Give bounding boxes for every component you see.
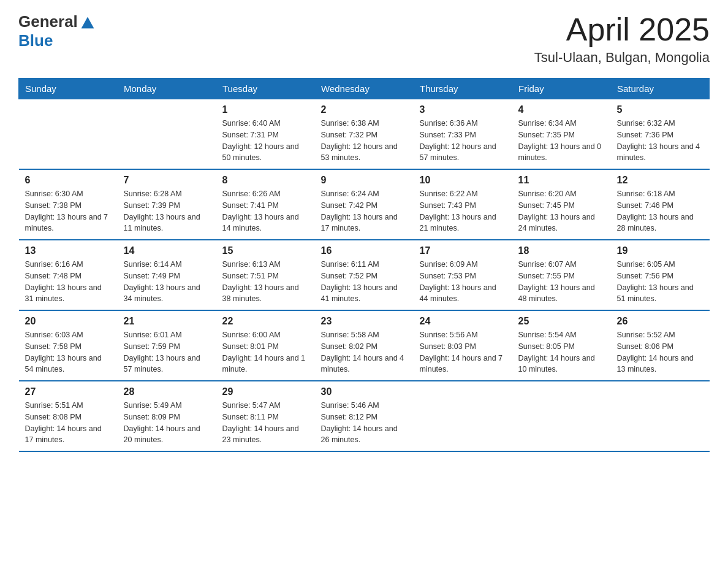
day-info: Sunrise: 6:07 AMSunset: 7:55 PMDaylight:… (518, 259, 605, 305)
calendar-day-10: 10Sunrise: 6:22 AMSunset: 7:43 PMDayligh… (414, 169, 512, 240)
day-number: 9 (321, 175, 408, 186)
day-number: 6 (25, 175, 112, 186)
day-info: Sunrise: 6:03 AMSunset: 7:58 PMDaylight:… (25, 329, 112, 375)
location-title: Tsul-Ulaan, Bulgan, Mongolia (534, 50, 710, 66)
day-info: Sunrise: 5:49 AMSunset: 8:09 PMDaylight:… (124, 400, 210, 446)
day-number: 25 (518, 316, 605, 327)
calendar-day-16: 16Sunrise: 6:11 AMSunset: 7:52 PMDayligh… (315, 240, 414, 310)
svg-marker-1 (82, 19, 94, 28)
day-number: 8 (222, 175, 309, 186)
calendar-day-15: 15Sunrise: 6:13 AMSunset: 7:51 PMDayligh… (216, 240, 315, 310)
calendar-day-8: 8Sunrise: 6:26 AMSunset: 7:41 PMDaylight… (216, 169, 315, 240)
calendar-day-19: 19Sunrise: 6:05 AMSunset: 7:56 PMDayligh… (611, 240, 710, 310)
day-number: 10 (420, 175, 506, 186)
day-number: 29 (222, 386, 309, 397)
logo-icon (79, 13, 96, 31)
page-header: General Blue April 2025 Tsul-Ulaan, Bulg… (18, 12, 710, 66)
header-cell-wednesday: Wednesday (315, 79, 414, 99)
header-cell-monday: Monday (118, 79, 216, 99)
calendar-day-24: 24Sunrise: 5:56 AMSunset: 8:03 PMDayligh… (414, 310, 512, 381)
calendar-day-22: 22Sunrise: 6:00 AMSunset: 8:01 PMDayligh… (216, 310, 315, 381)
calendar-day-14: 14Sunrise: 6:14 AMSunset: 7:49 PMDayligh… (118, 240, 216, 310)
header-cell-thursday: Thursday (414, 79, 512, 99)
day-number: 26 (617, 316, 703, 327)
header-cell-sunday: Sunday (19, 79, 118, 99)
calendar-week-1: 1Sunrise: 6:40 AMSunset: 7:31 PMDaylight… (19, 99, 710, 170)
day-number: 17 (420, 245, 506, 256)
header-cell-saturday: Saturday (611, 79, 710, 99)
day-info: Sunrise: 6:16 AMSunset: 7:48 PMDaylight:… (25, 259, 112, 305)
day-number: 1 (222, 104, 309, 115)
calendar-day-7: 7Sunrise: 6:28 AMSunset: 7:39 PMDaylight… (118, 169, 216, 240)
day-info: Sunrise: 6:32 AMSunset: 7:36 PMDaylight:… (617, 118, 703, 164)
day-info: Sunrise: 6:09 AMSunset: 7:53 PMDaylight:… (420, 259, 506, 305)
day-number: 15 (222, 245, 309, 256)
day-number: 30 (321, 386, 408, 397)
day-info: Sunrise: 5:58 AMSunset: 8:02 PMDaylight:… (321, 329, 408, 375)
calendar-week-4: 20Sunrise: 6:03 AMSunset: 7:58 PMDayligh… (19, 310, 710, 381)
day-number: 13 (25, 245, 112, 256)
calendar-day-5: 5Sunrise: 6:32 AMSunset: 7:36 PMDaylight… (611, 99, 710, 170)
day-info: Sunrise: 6:00 AMSunset: 8:01 PMDaylight:… (222, 329, 309, 375)
day-number: 3 (420, 104, 506, 115)
day-info: Sunrise: 6:20 AMSunset: 7:45 PMDaylight:… (518, 188, 605, 234)
empty-cell (512, 381, 611, 451)
logo-blue: Blue (18, 31, 53, 50)
calendar-day-18: 18Sunrise: 6:07 AMSunset: 7:55 PMDayligh… (512, 240, 611, 310)
day-info: Sunrise: 6:30 AMSunset: 7:38 PMDaylight:… (25, 188, 112, 234)
day-number: 21 (124, 316, 210, 327)
day-info: Sunrise: 6:01 AMSunset: 7:59 PMDaylight:… (124, 329, 210, 375)
day-info: Sunrise: 5:46 AMSunset: 8:12 PMDaylight:… (321, 400, 408, 446)
day-number: 14 (124, 245, 210, 256)
calendar-day-23: 23Sunrise: 5:58 AMSunset: 8:02 PMDayligh… (315, 310, 414, 381)
logo: General Blue (18, 12, 96, 50)
empty-cell (118, 99, 216, 170)
day-number: 2 (321, 104, 408, 115)
header-cell-tuesday: Tuesday (216, 79, 315, 99)
day-info: Sunrise: 6:28 AMSunset: 7:39 PMDaylight:… (124, 188, 210, 234)
day-info: Sunrise: 6:14 AMSunset: 7:49 PMDaylight:… (124, 259, 210, 305)
calendar-week-2: 6Sunrise: 6:30 AMSunset: 7:38 PMDaylight… (19, 169, 710, 240)
day-number: 22 (222, 316, 309, 327)
day-number: 5 (617, 104, 703, 115)
day-info: Sunrise: 6:18 AMSunset: 7:46 PMDaylight:… (617, 188, 703, 234)
day-info: Sunrise: 5:47 AMSunset: 8:11 PMDaylight:… (222, 400, 309, 446)
day-number: 20 (25, 316, 112, 327)
calendar-day-13: 13Sunrise: 6:16 AMSunset: 7:48 PMDayligh… (19, 240, 118, 310)
day-info: Sunrise: 6:05 AMSunset: 7:56 PMDaylight:… (617, 259, 703, 305)
calendar-day-30: 30Sunrise: 5:46 AMSunset: 8:12 PMDayligh… (315, 381, 414, 451)
day-info: Sunrise: 6:40 AMSunset: 7:31 PMDaylight:… (222, 118, 309, 164)
calendar-day-9: 9Sunrise: 6:24 AMSunset: 7:42 PMDaylight… (315, 169, 414, 240)
calendar-day-17: 17Sunrise: 6:09 AMSunset: 7:53 PMDayligh… (414, 240, 512, 310)
calendar-day-28: 28Sunrise: 5:49 AMSunset: 8:09 PMDayligh… (118, 381, 216, 451)
header-row: SundayMondayTuesdayWednesdayThursdayFrid… (19, 79, 710, 99)
day-info: Sunrise: 6:38 AMSunset: 7:32 PMDaylight:… (321, 118, 408, 164)
day-number: 27 (25, 386, 112, 397)
day-info: Sunrise: 5:51 AMSunset: 8:08 PMDaylight:… (25, 400, 112, 446)
day-number: 7 (124, 175, 210, 186)
calendar-day-4: 4Sunrise: 6:34 AMSunset: 7:35 PMDaylight… (512, 99, 611, 170)
day-info: Sunrise: 6:22 AMSunset: 7:43 PMDaylight:… (420, 188, 506, 234)
day-info: Sunrise: 6:34 AMSunset: 7:35 PMDaylight:… (518, 118, 605, 164)
calendar-day-21: 21Sunrise: 6:01 AMSunset: 7:59 PMDayligh… (118, 310, 216, 381)
day-number: 11 (518, 175, 605, 186)
day-info: Sunrise: 6:13 AMSunset: 7:51 PMDaylight:… (222, 259, 309, 305)
day-info: Sunrise: 6:26 AMSunset: 7:41 PMDaylight:… (222, 188, 309, 234)
day-number: 16 (321, 245, 408, 256)
day-info: Sunrise: 6:36 AMSunset: 7:33 PMDaylight:… (420, 118, 506, 164)
empty-cell (19, 99, 118, 170)
calendar-week-3: 13Sunrise: 6:16 AMSunset: 7:48 PMDayligh… (19, 240, 710, 310)
day-info: Sunrise: 6:24 AMSunset: 7:42 PMDaylight:… (321, 188, 408, 234)
title-area: April 2025 Tsul-Ulaan, Bulgan, Mongolia (534, 12, 710, 66)
calendar-day-6: 6Sunrise: 6:30 AMSunset: 7:38 PMDaylight… (19, 169, 118, 240)
calendar-day-12: 12Sunrise: 6:18 AMSunset: 7:46 PMDayligh… (611, 169, 710, 240)
empty-cell (414, 381, 512, 451)
day-number: 18 (518, 245, 605, 256)
calendar-day-20: 20Sunrise: 6:03 AMSunset: 7:58 PMDayligh… (19, 310, 118, 381)
calendar-day-1: 1Sunrise: 6:40 AMSunset: 7:31 PMDaylight… (216, 99, 315, 170)
day-info: Sunrise: 6:11 AMSunset: 7:52 PMDaylight:… (321, 259, 408, 305)
day-number: 28 (124, 386, 210, 397)
day-info: Sunrise: 5:56 AMSunset: 8:03 PMDaylight:… (420, 329, 506, 375)
day-info: Sunrise: 5:52 AMSunset: 8:06 PMDaylight:… (617, 329, 703, 375)
header-cell-friday: Friday (512, 79, 611, 99)
